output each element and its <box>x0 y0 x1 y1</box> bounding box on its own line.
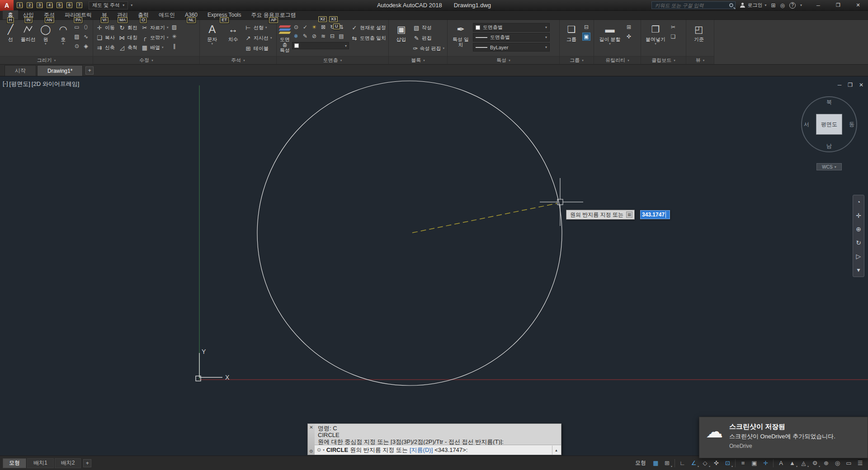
copy-clip-icon[interactable]: ❏ <box>669 33 677 41</box>
layout-tab-model[interactable]: 모형 <box>3 458 26 468</box>
copy-tool[interactable]: ❏복사 <box>96 33 115 42</box>
dynamic-input-options-icon[interactable]: ⊞ <box>626 212 632 218</box>
panel-label-clipboard[interactable]: 클립보드▾ <box>641 56 686 64</box>
edit-attributes-button[interactable]: ✑속성 편집▾ <box>413 44 444 53</box>
ribbon-tab-featured-apps[interactable]: 주요 응용프로그램AP <box>246 10 301 19</box>
ribbon-tab-manage[interactable]: 관리MA <box>112 10 133 19</box>
lineweight-dropdown[interactable]: 도면층별▾ <box>473 33 550 42</box>
save-button[interactable]: ▣3 <box>36 1 45 10</box>
navbar-menu-icon[interactable]: ▾ <box>853 263 864 277</box>
status-annotation-visibility-toggle[interactable]: A <box>776 458 786 468</box>
layer-lock-icon[interactable]: ⊠ <box>319 23 327 31</box>
mirror-tool[interactable]: ⋈대칭 <box>118 33 137 42</box>
point-icon[interactable]: ⊙ <box>73 42 81 50</box>
minimize-button[interactable]: ─ <box>808 0 828 11</box>
panel-label-properties[interactable]: 특성▾ <box>448 56 559 64</box>
compass-north-label[interactable]: 북 <box>826 99 832 106</box>
fillet-tool[interactable]: ╭모깎기▾ <box>141 33 169 42</box>
arc-tool[interactable]: ◠호▾ <box>55 22 71 45</box>
help-dropdown-icon[interactable]: ▾ <box>800 3 802 7</box>
help-icon[interactable]: ? <box>789 2 796 9</box>
viewport-visual-style-control[interactable]: [2D 와이어프레임] <box>32 80 79 88</box>
panel-label-annotation[interactable]: 주석▾ <box>200 56 276 64</box>
orbit-icon[interactable]: ↻ <box>853 236 864 249</box>
pan-icon[interactable]: ✛ <box>853 209 864 222</box>
search-icon[interactable] <box>729 3 733 7</box>
ribbon-tab-annotate[interactable]: 주석AN <box>39 10 60 19</box>
compass-east-label[interactable]: 동 <box>849 121 854 128</box>
erase-icon[interactable]: ▨ <box>170 23 179 31</box>
status-selection-cycling-toggle[interactable]: ▣ <box>749 458 760 468</box>
layout-tab-layout1[interactable]: 배치1 <box>27 458 54 468</box>
viewport-menu-control[interactable]: [-] <box>3 80 8 88</box>
array-tool[interactable]: ▦배열▾ <box>141 43 169 52</box>
status-autoscale-toggle[interactable]: ▲▾ <box>787 458 797 468</box>
insert-block-button[interactable]: ▣삽입 <box>392 22 411 42</box>
layer-unisolate-icon[interactable]: ⊘ <box>310 32 318 40</box>
ribbon-tab-output[interactable]: 출력O <box>133 10 154 19</box>
quick-calc-icon[interactable]: ⊞ <box>625 23 633 31</box>
ribbon-tab-express-tools[interactable]: Express ToolsET <box>203 10 246 19</box>
ribbon-tab-insert[interactable]: 삽입IN <box>18 10 39 19</box>
group-selection-toggle-icon[interactable]: ▣ <box>582 33 590 41</box>
redo-button[interactable]: ↷7 <box>76 1 85 10</box>
panel-label-draw[interactable]: 그리기▾ <box>0 56 93 64</box>
compass-south-label[interactable]: 남 <box>826 142 832 150</box>
status-isometric-toggle[interactable]: ◇▾ <box>700 458 710 468</box>
measure-button[interactable]: ▬길이 분할▾ <box>597 22 623 45</box>
line-tool[interactable]: ╱선 <box>3 22 19 42</box>
spline-icon[interactable]: ∿ <box>82 33 90 41</box>
id-point-icon[interactable]: ✜ <box>625 33 633 41</box>
command-window-grip[interactable]: ✕ ⚙ <box>308 424 315 455</box>
search-input[interactable] <box>654 2 729 9</box>
viewcube[interactable]: 북 동 남 서 평면도 WCS▾ <box>801 96 857 170</box>
status-lineweight-toggle[interactable]: ≡ <box>738 458 748 468</box>
show-motion-icon[interactable]: ▷ <box>853 249 864 263</box>
scale-tool[interactable]: ◿축척 <box>118 43 137 52</box>
autodesk-exchange-icon[interactable]: ◎ <box>780 2 785 9</box>
panel-label-view[interactable]: 뷰▾ <box>686 56 714 64</box>
offset-icon[interactable]: ∥ <box>170 42 179 50</box>
application-menu-button[interactable]: A <box>0 0 14 11</box>
close-button[interactable]: ✕ <box>848 0 868 11</box>
new-file-button[interactable]: ▢1 <box>16 1 25 10</box>
status-ortho-toggle[interactable]: ∟ <box>677 458 688 468</box>
status-annotation-scale-button[interactable]: ◬▾ <box>798 458 809 468</box>
layer-properties-button[interactable]: 도면층 특성 <box>279 22 290 53</box>
command-option-link[interactable]: [지름(D)] <box>410 446 433 454</box>
status-isolate-objects-button[interactable]: ◎ <box>832 458 843 468</box>
panel-label-utilities[interactable]: 유틸리티▾ <box>594 56 641 64</box>
file-tab-start[interactable]: 시작 <box>5 65 36 76</box>
layer-states-icon[interactable]: ▤ <box>337 32 345 40</box>
trim-tool[interactable]: ✂자르기▾ <box>141 23 169 32</box>
chevron-down-icon[interactable]: ▾ <box>323 448 325 452</box>
viewcube-top-face[interactable]: 평면도 <box>816 114 842 135</box>
layer-dropdown[interactable]: ▾ <box>292 42 349 49</box>
panel-label-layers[interactable]: 도면층▾ <box>277 56 388 64</box>
ribbon-tab-parametric[interactable]: 파라메트릭PA <box>60 10 97 19</box>
new-layout-button[interactable]: + <box>83 459 91 467</box>
region-icon[interactable]: ◈ <box>82 42 90 50</box>
polyline-tool[interactable]: 폴리선 <box>20 22 36 42</box>
status-clean-screen-button[interactable]: ▭ <box>844 458 854 468</box>
status-grid-toggle[interactable]: ▦ <box>651 458 661 468</box>
viewport-restore-icon[interactable]: ❐ <box>848 82 853 88</box>
linetype-dropdown[interactable]: ByLayer▾ <box>473 43 550 52</box>
cut-icon[interactable]: ✂ <box>669 23 677 31</box>
layer-match-button[interactable]: ⇆도면층 일치 <box>351 33 386 42</box>
rectangle-icon[interactable]: ▭ <box>73 23 81 31</box>
ellipse-icon[interactable]: ⬯ <box>82 23 90 31</box>
linear-dimension-tool[interactable]: ⊢선형▾ <box>245 23 274 32</box>
status-object-snap-toggle[interactable]: ⊡▾ <box>722 458 733 468</box>
layer-merge-icon[interactable]: ≋ <box>319 32 327 40</box>
layer-freeze-icon[interactable]: ❄ <box>292 32 300 40</box>
dimension-tool[interactable]: ↔치수 <box>224 22 243 42</box>
recent-commands-icon[interactable]: ▴ <box>552 446 560 455</box>
match-properties-button[interactable]: ✒특성 일치 <box>450 22 471 47</box>
make-current-button[interactable]: ✓현재로 설정 <box>351 23 386 32</box>
drawing-area[interactable]: Y X [-] [평면도] [2D 와이어프레임] ─ ❐ ✕ 북 동 남 서 … <box>0 76 868 456</box>
ribbon-tab-a360[interactable]: A360NL <box>180 10 203 19</box>
plot-button[interactable]: ▤5 <box>56 1 65 10</box>
maximize-button[interactable]: ❐ <box>828 0 848 11</box>
edit-block-button[interactable]: ✎편집 <box>413 33 444 42</box>
